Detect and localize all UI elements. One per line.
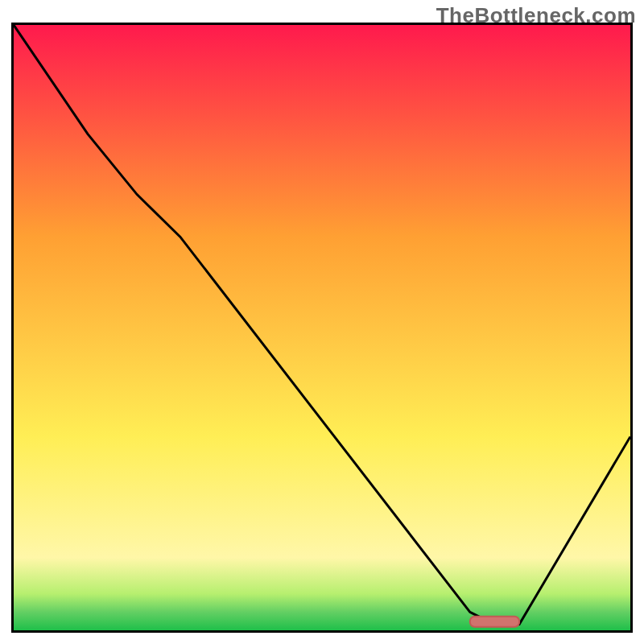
optimal-marker [470,617,519,627]
chart-svg [14,25,630,630]
watermark-text: TheBottleneck.com [436,3,636,28]
gradient-background [14,25,630,630]
plot-area [11,23,633,633]
chart-frame: TheBottleneck.com [0,0,644,644]
